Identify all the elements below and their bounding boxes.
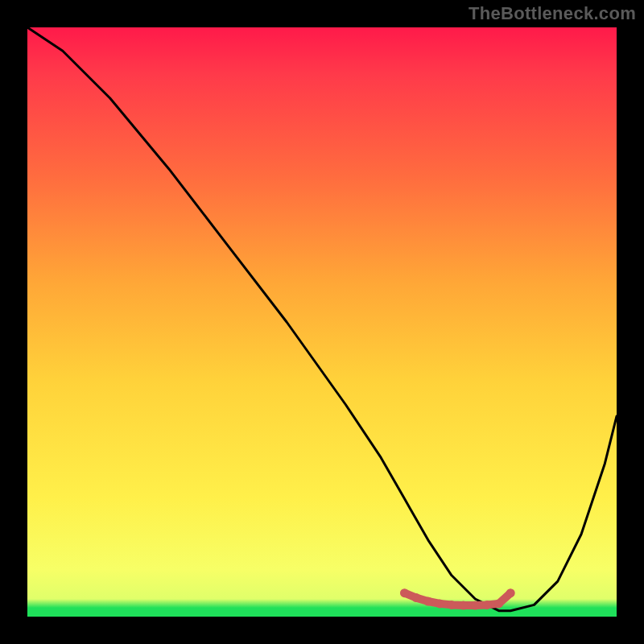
- optimal-range-dot: [436, 599, 444, 608]
- optimal-range-dot: [448, 601, 456, 609]
- bottleneck-curve-path: [27, 27, 617, 611]
- optimal-range-dot: [423, 597, 432, 606]
- optimal-range-dot: [400, 588, 409, 597]
- optimal-range-dot: [494, 599, 503, 608]
- watermark-text: TheBottleneck.com: [469, 3, 636, 24]
- plot-area: [27, 27, 617, 617]
- optimal-range-dot: [459, 601, 468, 610]
- curve-svg: [27, 27, 617, 617]
- optimal-range-dot: [412, 593, 421, 602]
- optimal-range-dot: [483, 601, 492, 609]
- optimal-range-dot: [471, 601, 480, 610]
- chart-frame: TheBottleneck.com: [0, 0, 644, 644]
- optimal-range-dot: [506, 588, 515, 597]
